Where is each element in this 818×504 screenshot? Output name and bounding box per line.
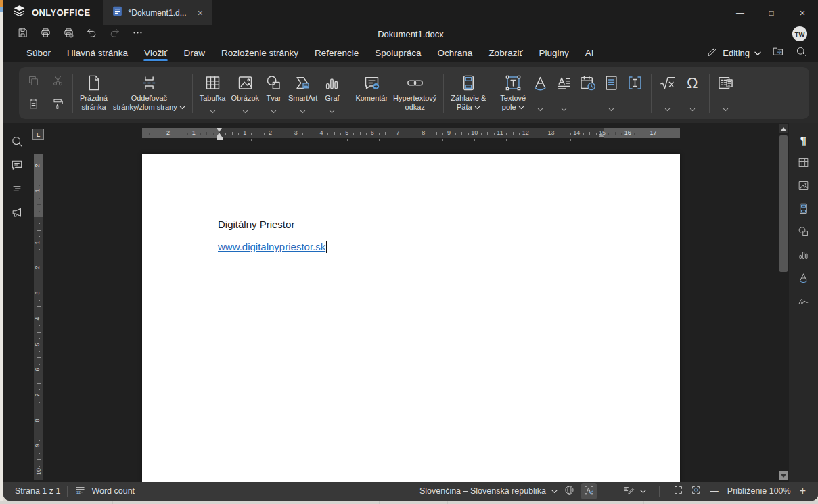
tab-ochrana[interactable]: Ochrana: [430, 43, 481, 62]
blank-page-button[interactable]: Prázdnástránka: [77, 71, 110, 118]
fit-page-button[interactable]: [673, 484, 684, 498]
ribbon: PrázdnástránkaOddeľovačstránky/zlom stra…: [3, 62, 818, 123]
chart-icon: [797, 248, 810, 264]
tab-hlavna-stranka[interactable]: Hlavná stránka: [59, 43, 136, 62]
paste-icon: [27, 97, 40, 113]
tab-referencie[interactable]: Referencie: [306, 43, 367, 62]
table-button[interactable]: Tabuľka: [197, 71, 229, 118]
zoom-in-button[interactable]: +: [797, 485, 809, 497]
drop-cap-button[interactable]: [552, 71, 576, 118]
document-tab-icon: [112, 5, 123, 20]
table-settings-button[interactable]: [794, 157, 813, 171]
document-heading-text[interactable]: Digitálny Priestor: [218, 219, 294, 230]
image-icon: [236, 72, 254, 93]
tab-subor[interactable]: Súbor: [18, 43, 59, 62]
editing-mode-button[interactable]: Editing: [706, 46, 761, 60]
left-indent-marker[interactable]: [217, 137, 223, 140]
app-header: ONLYOFFICE *Dokument1.d... × — □ × Dokum…: [3, 0, 818, 62]
scrollbar-thumb[interactable]: [779, 135, 788, 272]
undo-button[interactable]: [80, 26, 103, 43]
date-time-button[interactable]: [576, 71, 599, 118]
search-panel-button[interactable]: [8, 135, 26, 150]
search-icon[interactable]: [795, 45, 807, 60]
content-control-button[interactable]: [623, 71, 647, 118]
chart-button[interactable]: Graf: [320, 71, 344, 118]
feedback-panel-button[interactable]: [8, 206, 26, 221]
share-icon[interactable]: [772, 45, 784, 60]
scroll-down-button[interactable]: [779, 471, 788, 480]
chart-settings-button[interactable]: [794, 249, 813, 263]
image-settings-button[interactable]: [794, 180, 813, 194]
page-indicator[interactable]: Strana 1 z 1: [15, 486, 60, 496]
tab-zobrazit[interactable]: Zobraziť: [480, 43, 530, 62]
text-art-button[interactable]: [528, 71, 552, 118]
fit-width-button[interactable]: [690, 484, 702, 498]
hyperlink-button[interactable]: Hypertextovýodkaz: [390, 71, 439, 118]
text-box-button[interactable]: Textovépole: [497, 71, 528, 118]
signature-settings-button[interactable]: [794, 295, 813, 309]
vertical-ruler[interactable]: 2112345678910: [34, 154, 43, 480]
paste-button[interactable]: [24, 96, 43, 114]
zoom-level[interactable]: Priblíženie 100%: [727, 486, 791, 496]
spell-check-toggle[interactable]: [581, 483, 597, 499]
scroll-up-button[interactable]: [779, 124, 788, 133]
chevron-down-icon: [723, 102, 729, 108]
hanging-indent-marker[interactable]: [217, 133, 222, 137]
document-content-button[interactable]: [599, 71, 623, 118]
chevron-down-icon: [608, 102, 614, 108]
document-tab-label: *Dokument1.d...: [129, 8, 187, 18]
document-hyperlink[interactable]: www.digitalnypriestor.sk: [218, 241, 325, 252]
tab-rozlozenie-stranky[interactable]: Rozloženie stránky: [213, 43, 306, 62]
set-language-button[interactable]: [564, 484, 575, 498]
close-button[interactable]: ×: [787, 0, 818, 25]
tab-stop-selector[interactable]: L: [32, 129, 44, 140]
symbol-button[interactable]: Ω: [679, 71, 705, 118]
svg-text:12: 12: [76, 490, 81, 495]
redo-button[interactable]: [103, 26, 126, 43]
track-changes-icon: [623, 484, 635, 498]
maximize-button[interactable]: □: [756, 0, 787, 25]
comment-button[interactable]: Komentár: [353, 71, 390, 118]
format-painter-button[interactable]: [49, 96, 67, 114]
tab-ai[interactable]: AI: [577, 43, 602, 62]
tab-vlozit[interactable]: Vložiť: [136, 43, 175, 62]
tab-pluginy[interactable]: Pluginy: [530, 43, 576, 62]
cut-button[interactable]: [49, 73, 67, 91]
document-tab[interactable]: *Dokument1.d... ×: [103, 0, 212, 25]
quick-print-button[interactable]: [57, 26, 80, 43]
tab-close-button[interactable]: ×: [198, 7, 203, 18]
image-button[interactable]: Obrázok: [228, 71, 262, 118]
track-changes-button[interactable]: [623, 484, 646, 498]
shape-settings-button[interactable]: [794, 226, 813, 240]
zoom-out-button[interactable]: —: [708, 486, 721, 496]
minimize-button[interactable]: —: [725, 0, 756, 25]
navigation-panel-button[interactable]: [8, 183, 26, 198]
document-page[interactable]: Digitálny Priestor www.digitalnypriestor…: [142, 154, 680, 482]
mail-merge-button[interactable]: [714, 71, 737, 118]
shape-button[interactable]: Tvar: [262, 71, 286, 118]
text-art-settings-button[interactable]: [794, 272, 813, 286]
copy-button[interactable]: [24, 73, 43, 91]
word-count-button[interactable]: 12 Word count: [74, 484, 135, 498]
titlebar: ONLYOFFICE *Dokument1.d... × — □ ×: [3, 0, 818, 25]
right-indent-marker[interactable]: [599, 133, 604, 137]
equation-button[interactable]: [656, 71, 679, 118]
user-avatar[interactable]: TW: [792, 26, 807, 41]
tab-draw[interactable]: Draw: [175, 43, 213, 62]
header-footer-button[interactable]: Záhlavie &Päta: [448, 71, 488, 118]
tab-spolupraca[interactable]: Spolupráca: [367, 43, 429, 62]
paragraph-settings-button[interactable]: ¶: [794, 134, 813, 148]
header-footer-settings-button[interactable]: [794, 203, 813, 217]
first-line-indent-marker[interactable]: [217, 128, 222, 132]
vertical-scrollbar[interactable]: [778, 124, 789, 480]
print-button[interactable]: [34, 26, 57, 43]
page-break-button[interactable]: Oddeľovačstránky/zlom strany: [110, 71, 188, 118]
comments-panel-button[interactable]: [8, 159, 26, 174]
chevron-down-icon: [518, 103, 524, 112]
word-count-icon: 12: [74, 484, 86, 498]
smartart-button[interactable]: SmartArt: [286, 71, 320, 118]
more-options-button[interactable]: [126, 26, 149, 43]
language-button[interactable]: Slovenčina – Slovenská republika: [419, 486, 558, 496]
save-button[interactable]: [11, 26, 34, 43]
table-icon: [204, 72, 222, 93]
